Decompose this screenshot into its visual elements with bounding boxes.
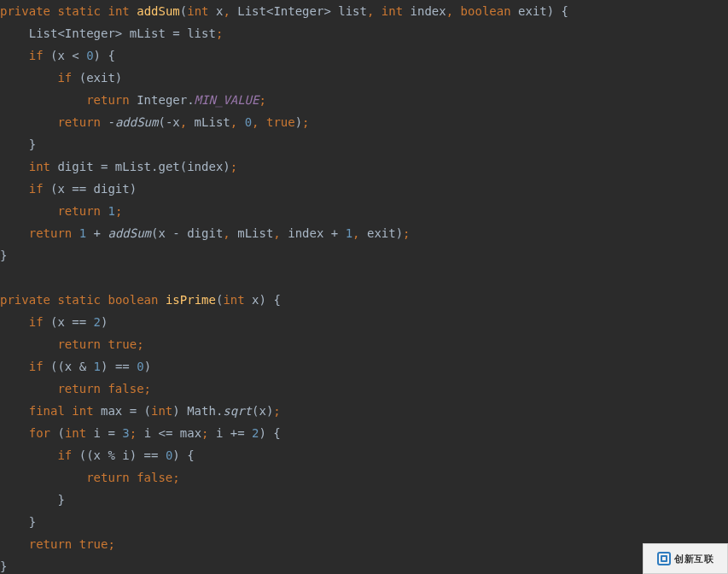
code-line: } xyxy=(0,138,36,151)
code-line: if ((x & 1) == 0) xyxy=(0,360,151,373)
code-line: return true; xyxy=(0,337,144,351)
code-line: if (x == digit) xyxy=(0,182,137,196)
code-line: } xyxy=(0,249,7,262)
code-line: return -addSum(-x, mList, 0, true); xyxy=(0,115,310,129)
code-line: private static int addSum(int x, List<In… xyxy=(0,4,568,18)
code-line: return Integer.MIN_VALUE; xyxy=(0,93,266,107)
code-line: for (int i = 3; i <= max; i += 2) { xyxy=(0,426,281,440)
watermark-badge: 创新互联 xyxy=(643,543,728,574)
code-line: int digit = mList.get(index); xyxy=(0,160,237,173)
code-line: List<Integer> mList = list; xyxy=(0,26,223,40)
code-line: if ((x % i) == 0) { xyxy=(0,448,195,462)
code-line: return false; xyxy=(0,471,180,484)
watermark-logo-icon xyxy=(657,552,671,565)
code-line: if (x == 2) xyxy=(0,315,108,329)
code-line: return true; xyxy=(0,537,115,551)
code-line: } xyxy=(0,559,7,573)
watermark-text: 创新互联 xyxy=(674,548,713,570)
code-line: } xyxy=(0,493,65,507)
code-line: final int max = (int) Math.sqrt(x); xyxy=(0,404,281,418)
code-line: if (x < 0) { xyxy=(0,49,115,62)
code-line: private static boolean isPrime(int x) { xyxy=(0,293,281,307)
code-editor-view: private static int addSum(int x, List<In… xyxy=(0,0,728,574)
code-line: return 1 + addSum(x - digit, mList, inde… xyxy=(0,226,411,240)
code-line: return 1; xyxy=(0,204,122,218)
code-line: } xyxy=(0,515,36,529)
code-line: if (exit) xyxy=(0,71,122,85)
code-line: return false; xyxy=(0,382,151,395)
